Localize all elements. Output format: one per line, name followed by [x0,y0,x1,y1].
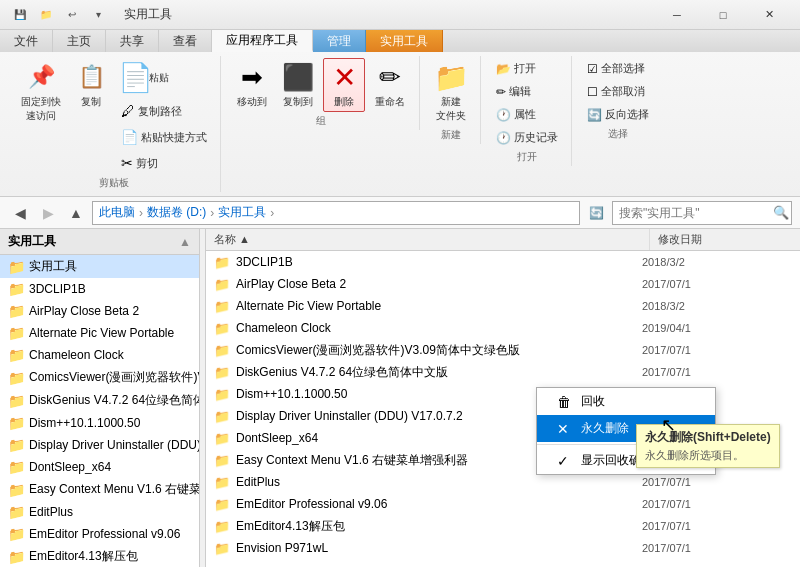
tab-manage[interactable]: 管理 [313,30,366,52]
quick-access-btns: 💾 📁 ↩ ▾ [8,3,110,27]
folder-icon: 📁 [8,303,25,319]
open-button[interactable]: 📂 打开 [491,58,563,79]
up-button[interactable]: ▲ [64,201,88,225]
move-to-button[interactable]: ➡ 移动到 [231,58,273,112]
left-panel-header: 实用工具 ▲ [0,229,199,255]
invert-icon: 🔄 [587,108,602,122]
copy-button[interactable]: 📋 复制 [70,58,112,112]
path-drive[interactable]: 数据卷 (D:) [147,204,206,221]
tree-item[interactable]: 📁Chameleon Clock [0,344,199,366]
folder-icon: 📁 [8,459,25,475]
file-row[interactable]: 📁 EmEditor Professional v9.06 2017/07/1 [206,493,800,515]
refresh-button[interactable]: 🔄 [584,201,608,225]
path-computer[interactable]: 此电脑 [99,204,135,221]
file-row[interactable]: 📁 DiskGenius V4.7.2 64位绿色简体中文版 2017/07/1 [206,361,800,383]
folder-icon: 📁 [8,415,25,431]
minimize-button[interactable]: ─ [654,0,700,30]
folder-icon: 📁 [8,259,25,275]
ribbon-group-new: 📁 新建文件夹 新建 [422,56,481,144]
tree-item[interactable]: 📁EmEditor4.13解压包 [0,545,199,567]
permanent-delete-icon: ✕ [557,421,573,437]
file-row[interactable]: 📁 3DCLIP1B 2018/3/2 [206,251,800,273]
new-folder-button[interactable]: 📁 新建文件夹 [430,58,472,126]
tab-file[interactable]: 文件 [0,30,53,52]
search-input[interactable] [619,206,769,220]
folder-icon: 📁 [8,482,25,498]
copy-to-icon: ⬛ [282,61,314,93]
file-row[interactable]: 📁 EmEditor4.13解压包 2017/07/1 [206,515,800,537]
maximize-button[interactable]: □ [700,0,746,30]
deselect-all-button[interactable]: ☐ 全部取消 [582,81,654,102]
save-qa-btn[interactable]: 💾 [8,3,32,27]
file-row[interactable]: 📁 ComicsViewer(漫画浏览器软件)V3.09简体中文绿色版 2017… [206,339,800,361]
close-button[interactable]: ✕ [746,0,792,30]
folder-qa-btn[interactable]: 📁 [34,3,58,27]
edit-icon: ✏ [496,85,506,99]
tree-item[interactable]: 📁实用工具 [0,255,199,278]
tab-share[interactable]: 共享 [106,30,159,52]
tooltip-title: 永久删除(Shift+Delete) [645,429,771,446]
rename-button[interactable]: ✏ 重命名 [369,58,411,112]
ctx-recycle[interactable]: 🗑 回收 [537,388,715,415]
cut-icon: ✂ [121,155,133,171]
delete-button[interactable]: ✕ 删除 [323,58,365,112]
copy-to-button[interactable]: ⬛ 复制到 [277,58,319,112]
tree-item[interactable]: 📁DontSleep_x64 [0,456,199,478]
window-controls: ─ □ ✕ [654,0,792,30]
dropdown-qa-btn[interactable]: ▾ [86,3,110,27]
edit-button[interactable]: ✏ 编辑 [491,81,563,102]
folder-icon: 📁 [8,437,25,453]
open-icon: 📂 [496,62,511,76]
collapse-icon[interactable]: ▲ [179,235,191,249]
select-all-button[interactable]: ☑ 全部选择 [582,58,654,79]
cut-button[interactable]: ✂ 剪切 [116,152,212,174]
file-row[interactable]: 📁 AirPlay Close Beta 2 2017/07/1 [206,273,800,295]
file-folder-icon: 📁 [214,255,230,270]
tree-item[interactable]: 📁Easy Context Menu V1.6 右键菜单增强利器 [0,478,199,501]
delete-icon: ✕ [328,61,360,93]
history2-button[interactable]: 🕐 历史记录 [491,127,563,148]
tab-utilities[interactable]: 实用工具 [366,30,443,52]
file-folder-icon: 📁 [214,453,230,468]
deselect-all-icon: ☐ [587,85,598,99]
file-row[interactable]: 📁 Alternate Pic View Portable 2018/3/2 [206,295,800,317]
search-icon[interactable]: 🔍 [773,205,789,220]
tree-item[interactable]: 📁ComicsViewer(漫画浏览器软件)V3.09简体中文绿 [0,366,199,389]
col-date-header[interactable]: 修改日期 [650,229,800,250]
new-folder-icon: 📁 [435,61,467,93]
tree-item[interactable]: 📁EmEditor Professional v9.06 [0,523,199,545]
ribbon-group-open: 📂 打开 ✏ 编辑 🕐 属性 🕐 历史记录 [483,56,572,166]
tab-apptools[interactable]: 应用程序工具 [212,30,313,52]
tree-item[interactable]: 📁Dism++10.1.1000.50 [0,412,199,434]
file-folder-icon: 📁 [214,343,230,358]
col-name-header[interactable]: 名称 ▲ [206,229,650,250]
tree-item[interactable]: 📁AirPlay Close Beta 2 [0,300,199,322]
tree-item[interactable]: 📁3DCLIP1B [0,278,199,300]
back-button[interactable]: ◀ [8,201,32,225]
file-row[interactable]: 📁 Envision P971wL 2017/07/1 [206,537,800,559]
copy-path-button[interactable]: 🖊 复制路径 [116,100,212,122]
title-text: 实用工具 [124,6,172,23]
path-folder[interactable]: 实用工具 [218,204,266,221]
folder-icon: 📁 [8,526,25,542]
tree-item[interactable]: 📁Display Driver Uninstaller (DDU) V17.0.… [0,434,199,456]
tree-container: 📁实用工具📁3DCLIP1B📁AirPlay Close Beta 2📁Alte… [0,255,199,567]
history-button[interactable]: 🕐 属性 [491,104,563,125]
paste-button[interactable]: 📄 粘贴 [116,58,212,96]
tree-item[interactable]: 📁EditPlus [0,501,199,523]
file-row[interactable]: 📁 Chameleon Clock 2019/04/1 [206,317,800,339]
invert-select-button[interactable]: 🔄 反向选择 [582,104,654,125]
tab-view[interactable]: 查看 [159,30,212,52]
file-folder-icon: 📁 [214,387,230,402]
undo-qa-btn[interactable]: ↩ [60,3,84,27]
title-bar: 💾 📁 ↩ ▾ 实用工具 ─ □ ✕ [0,0,800,30]
tab-home[interactable]: 主页 [53,30,106,52]
forward-button[interactable]: ▶ [36,201,60,225]
address-path[interactable]: 此电脑 › 数据卷 (D:) › 实用工具 › [92,201,580,225]
ribbon-group-select: ☑ 全部选择 ☐ 全部取消 🔄 反向选择 选择 [574,56,662,143]
pin-to-quickaccess-button[interactable]: 📌 固定到快速访问 [16,58,66,126]
tree-item[interactable]: 📁Alternate Pic View Portable [0,322,199,344]
folder-icon: 📁 [8,325,25,341]
tree-item[interactable]: 📁DiskGenius V4.7.2 64位绿色简体中文版 [0,389,199,412]
paste-shortcut-button[interactable]: 📄 粘贴快捷方式 [116,126,212,148]
